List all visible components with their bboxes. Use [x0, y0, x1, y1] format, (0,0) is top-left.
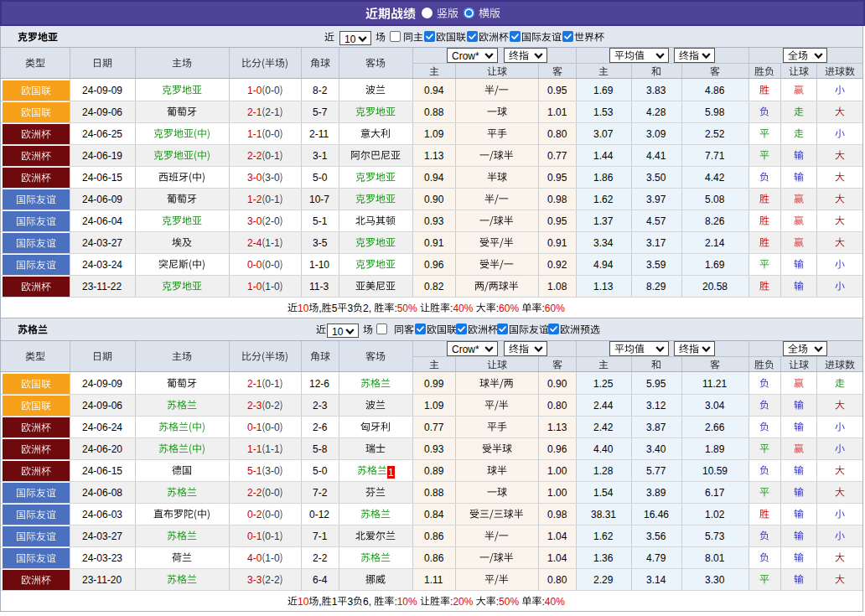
svg-text:1.04: 1.04	[547, 551, 567, 563]
svg-text:0-0: 0-0	[265, 127, 280, 139]
svg-text:0-1: 0-1	[265, 530, 280, 541]
svg-text:3.87: 3.87	[646, 421, 666, 432]
svg-text:1-0: 1-0	[265, 280, 280, 292]
svg-text:0.94: 0.94	[424, 171, 444, 183]
svg-text:0-1: 0-1	[247, 530, 262, 541]
svg-text:3.40: 3.40	[646, 443, 666, 454]
svg-text:10: 10	[298, 302, 309, 313]
svg-text:0-2: 0-2	[247, 508, 262, 520]
svg-text:1.44: 1.44	[593, 149, 614, 161]
svg-text:24-03-27: 24-03-27	[82, 236, 122, 248]
svg-text:0-1: 0-1	[265, 149, 280, 161]
svg-text:10: 10	[332, 325, 344, 337]
svg-text:1: 1	[388, 467, 394, 479]
svg-text:5: 5	[331, 302, 337, 313]
svg-text:40%: 40%	[544, 595, 564, 607]
svg-text:5.73: 5.73	[705, 530, 725, 541]
svg-text:11-3: 11-3	[309, 280, 329, 292]
svg-text:5.08: 5.08	[705, 193, 725, 204]
svg-text:1.62: 1.62	[593, 530, 614, 541]
svg-text:2.14: 2.14	[705, 236, 725, 248]
svg-text:40%: 40%	[453, 302, 473, 313]
svg-text:8.29: 8.29	[646, 280, 666, 292]
svg-text:1.37: 1.37	[593, 215, 614, 226]
svg-text:50%: 50%	[499, 595, 519, 607]
svg-text:1-0: 1-0	[265, 551, 280, 563]
svg-text:8-2: 8-2	[313, 84, 328, 96]
svg-text:1.89: 1.89	[705, 443, 725, 454]
svg-text:5-0: 5-0	[313, 171, 328, 183]
svg-text:2-0: 2-0	[265, 215, 280, 226]
svg-text:0.99: 0.99	[424, 377, 444, 389]
svg-text:24-06-15: 24-06-15	[82, 171, 122, 183]
svg-text:1-1: 1-1	[247, 443, 262, 454]
svg-text:4.42: 4.42	[705, 171, 725, 183]
svg-text:0.95: 0.95	[547, 171, 567, 183]
svg-text:1.53: 1.53	[593, 106, 614, 117]
svg-text:0.89: 0.89	[424, 464, 444, 476]
svg-text:2,: 2,	[363, 302, 374, 313]
svg-text:12-6: 12-6	[309, 377, 329, 389]
svg-text:Crow*: Crow*	[452, 50, 479, 62]
svg-text:50%: 50%	[396, 302, 417, 313]
svg-text:10%: 10%	[396, 595, 417, 607]
svg-text:6,: 6,	[363, 595, 374, 607]
svg-text:0-0: 0-0	[265, 486, 280, 498]
svg-text:4-0: 4-0	[247, 551, 262, 563]
svg-text:24-03-24: 24-03-24	[82, 258, 122, 270]
svg-text:60%: 60%	[499, 302, 519, 313]
svg-text:2-2: 2-2	[247, 486, 262, 498]
svg-text:0.94: 0.94	[424, 84, 444, 96]
svg-text:0.84: 0.84	[424, 508, 444, 520]
svg-text:24-06-08: 24-06-08	[82, 486, 122, 498]
svg-text:3.30: 3.30	[705, 573, 725, 585]
svg-text:3.89: 3.89	[646, 486, 666, 498]
svg-text:5-7: 5-7	[313, 106, 328, 117]
svg-text:23-11-20: 23-11-20	[82, 573, 122, 585]
svg-text:1.28: 1.28	[593, 464, 614, 476]
svg-text:3-5: 3-5	[313, 236, 328, 248]
svg-text:0-0: 0-0	[247, 258, 262, 270]
svg-text:0.91: 0.91	[424, 236, 444, 248]
svg-text:5.98: 5.98	[705, 106, 725, 117]
svg-text:0-12: 0-12	[309, 508, 329, 520]
svg-text:0.95: 0.95	[547, 215, 567, 226]
svg-text:1.11: 1.11	[424, 573, 443, 585]
svg-text:1.00: 1.00	[547, 486, 567, 498]
svg-text:3.07: 3.07	[593, 127, 614, 139]
svg-text:24-03-23: 24-03-23	[82, 551, 122, 563]
svg-text:10: 10	[344, 33, 356, 44]
svg-text:20.58: 20.58	[702, 280, 728, 292]
svg-text:2-2: 2-2	[265, 573, 280, 585]
svg-text:24-03-27: 24-03-27	[82, 530, 122, 541]
svg-text:24-09-06: 24-09-06	[82, 106, 122, 117]
svg-text:,: ,	[319, 595, 321, 607]
svg-text:0.98: 0.98	[547, 508, 567, 520]
svg-text:0-1: 0-1	[265, 193, 280, 204]
svg-text:3.14: 3.14	[646, 573, 666, 585]
svg-text:2-6: 2-6	[313, 421, 328, 432]
svg-text:24-06-24: 24-06-24	[82, 421, 122, 432]
svg-text:0.91: 0.91	[547, 236, 567, 248]
svg-text:5.95: 5.95	[646, 377, 666, 389]
svg-text:2-2: 2-2	[313, 551, 328, 563]
svg-text:7.71: 7.71	[705, 149, 725, 161]
svg-text:1.62: 1.62	[593, 193, 614, 204]
svg-text:1.02: 1.02	[705, 508, 725, 520]
svg-text:2-3: 2-3	[247, 399, 262, 411]
svg-text:0.80: 0.80	[547, 127, 567, 139]
svg-text:1.13: 1.13	[593, 280, 614, 292]
svg-text:4.40: 4.40	[593, 443, 614, 454]
svg-text:0.88: 0.88	[424, 106, 444, 117]
svg-text:2.52: 2.52	[705, 127, 725, 139]
svg-text:1-1: 1-1	[247, 127, 262, 139]
svg-text:24-06-15: 24-06-15	[82, 464, 122, 476]
svg-text:1.86: 1.86	[593, 171, 614, 183]
svg-text:0-1: 0-1	[265, 377, 280, 389]
svg-text:2.29: 2.29	[593, 573, 614, 585]
svg-text:0-0: 0-0	[265, 508, 280, 520]
svg-text:2-2: 2-2	[247, 149, 262, 161]
svg-text:5-1: 5-1	[313, 215, 328, 226]
svg-text:0.93: 0.93	[424, 215, 444, 226]
svg-text:7-1: 7-1	[313, 530, 328, 541]
